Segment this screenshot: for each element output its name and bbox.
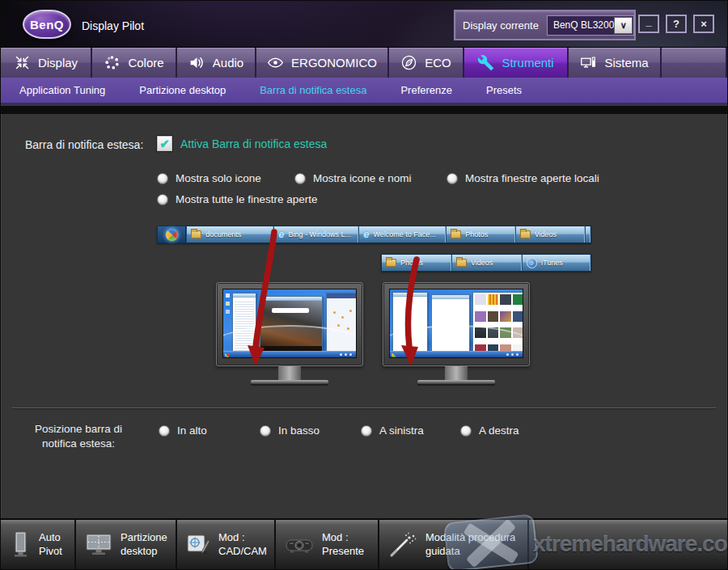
photo-tile — [475, 294, 486, 305]
folder-icon — [456, 259, 467, 267]
minimize-icon: _ — [645, 15, 651, 27]
toolbar-label: Mod : CAD/CAM — [218, 531, 272, 559]
left-monitor-illustration — [216, 282, 363, 366]
display-selector-dropdown[interactable]: BenQ BL3200 ∨ — [547, 15, 634, 36]
right-monitor-neck — [445, 366, 468, 380]
radio-a-sinistra[interactable]: A sinistra — [361, 424, 424, 437]
radio-mostra-icone-e-nomi[interactable]: Mostra icone e nomi — [294, 172, 412, 184]
subtab-preferenze[interactable]: Preferenze — [383, 84, 469, 96]
window-controls: _ ? × — [638, 15, 714, 33]
toolbar-label: Mod : Presente — [322, 531, 375, 559]
window-titlebar — [233, 293, 256, 298]
taskbar-item-label: documents — [205, 230, 241, 239]
taskbar-item: Photos — [382, 255, 451, 271]
radio-icon — [294, 173, 306, 184]
folder-icon — [386, 259, 396, 267]
position-label: Posizione barra di notifica estesa: — [19, 422, 138, 451]
tab-audio[interactable]: Audio — [177, 48, 256, 78]
photo-tile — [488, 294, 499, 305]
radio-mostra-tutte-le-finestre-aperte[interactable]: Mostra tutte le finestre aperte — [157, 193, 318, 205]
radio-icon — [157, 194, 168, 205]
enable-checkbox[interactable]: ✔ — [156, 135, 173, 152]
radio-label: A destra — [479, 424, 519, 437]
wrench-icon — [477, 54, 494, 71]
tab-bar-filler — [662, 48, 727, 78]
screen-taskbar — [223, 351, 356, 357]
photo-tile — [500, 294, 511, 305]
taskbar-item: e Welcome to Face... — [358, 226, 446, 243]
tab-sistema[interactable]: Sistema — [569, 48, 662, 78]
magic-wand-icon — [388, 531, 417, 559]
taskbar-item: ♪ iTunes — [585, 226, 590, 243]
windows-orb-icon — [392, 353, 396, 357]
radio-a-destra[interactable]: A destra — [460, 424, 519, 437]
taskbar-item: ♪ iTunes — [522, 255, 590, 271]
close-button[interactable]: × — [693, 15, 714, 33]
minimize-button[interactable]: _ — [638, 15, 659, 33]
taskbar-item-label: Videos — [471, 259, 493, 267]
internet-explorer-icon: e — [278, 230, 284, 239]
folder-icon — [520, 230, 531, 239]
window-titlebar — [260, 297, 322, 301]
radio-in-basso[interactable]: In basso — [260, 424, 320, 437]
radio-label: Mostra finestre aperte locali — [465, 172, 599, 184]
tray-dot — [511, 353, 514, 356]
section-label: Barra di notifica estesa: — [25, 138, 143, 151]
left-monitor-base — [251, 380, 328, 384]
main-tab-bar: Display Colore Audio ERGONOMICO — [1, 48, 727, 78]
display-selector-label: Display corrente — [463, 19, 539, 32]
subtab-partizione-desktop[interactable]: Partizione desktop — [122, 84, 243, 96]
subtab-application-tuning[interactable]: Application Tuning — [2, 84, 122, 96]
right-monitor-base — [417, 380, 495, 384]
right-monitor-screen — [389, 289, 523, 358]
dropdown-arrow-button[interactable]: ∨ — [614, 17, 633, 34]
map-dot — [341, 316, 344, 319]
desktop-partition-icon — [85, 533, 112, 557]
tab-ergonomico[interactable]: ERGONOMICO — [256, 48, 389, 78]
photo-tile — [513, 294, 524, 305]
partizione-desktop-button[interactable]: Partizione desktop — [76, 520, 177, 569]
tab-label: Colore — [128, 56, 163, 70]
tab-strumenti[interactable]: Strumenti — [464, 48, 569, 78]
mod-presente-button[interactable]: Mod : Presente — [276, 520, 379, 569]
mod-cadcam-button[interactable]: Mod : CAD/CAM — [177, 520, 276, 569]
desktop-icon — [226, 302, 230, 306]
radio-icon — [260, 425, 271, 437]
radio-in-alto[interactable]: In alto — [159, 424, 207, 437]
subtab-shadow-strip — [1, 106, 727, 114]
toolbar-label: Modalità procedura guidata — [425, 531, 521, 559]
tab-display[interactable]: Display — [1, 48, 92, 78]
itunes-icon: ♪ — [527, 258, 537, 268]
compress-arrows-icon — [14, 54, 31, 71]
tray-dot — [345, 353, 347, 356]
app-title: Display Pilot — [82, 19, 144, 32]
tab-eco[interactable]: ECO — [389, 48, 464, 78]
help-icon: ? — [673, 18, 679, 30]
auto-pivot-button[interactable]: Auto Pivot — [1, 520, 76, 569]
desktop-swoosh — [389, 325, 523, 353]
checkmark-icon: ✔ — [159, 137, 170, 150]
modalita-procedura-guidata-button[interactable]: Modalità procedura guidata — [379, 520, 529, 569]
sub-tab-bar: Application Tuning Partizione desktop Ba… — [1, 78, 727, 104]
subtab-presets[interactable]: Presets — [469, 84, 539, 96]
display-selector-panel: Display corrente BenQ BL3200 ∨ — [454, 10, 636, 40]
benq-logo-text: BenQ — [30, 18, 64, 32]
taskbar-preview-secondary: Photos Videos ♪ iTunes — [381, 254, 591, 272]
radio-mostra-finestre-aperte-locali[interactable]: Mostra finestre aperte locali — [447, 172, 599, 184]
radio-icon — [361, 425, 372, 437]
tab-colore[interactable]: Colore — [92, 48, 177, 78]
enable-checkbox-label[interactable]: Attiva Barra di notifica estesa — [180, 137, 327, 150]
subtab-barra-di-notifica-estesa[interactable]: Barra di notifica estesa — [243, 84, 383, 96]
taskbar-item-label: Photos — [465, 230, 488, 239]
tab-label: Audio — [213, 56, 243, 70]
tray-dot — [340, 353, 342, 356]
color-dots-icon — [104, 54, 121, 71]
taskbar-item: Photos — [446, 226, 514, 243]
photo-tile — [500, 311, 511, 322]
help-button[interactable]: ? — [666, 15, 687, 33]
radio-label: Mostra solo icone — [176, 172, 261, 184]
radio-mostra-solo-icone[interactable]: Mostra solo icone — [157, 172, 261, 184]
desktop-icon — [226, 293, 230, 298]
section-divider — [12, 407, 716, 408]
left-monitor-neck — [278, 366, 301, 380]
